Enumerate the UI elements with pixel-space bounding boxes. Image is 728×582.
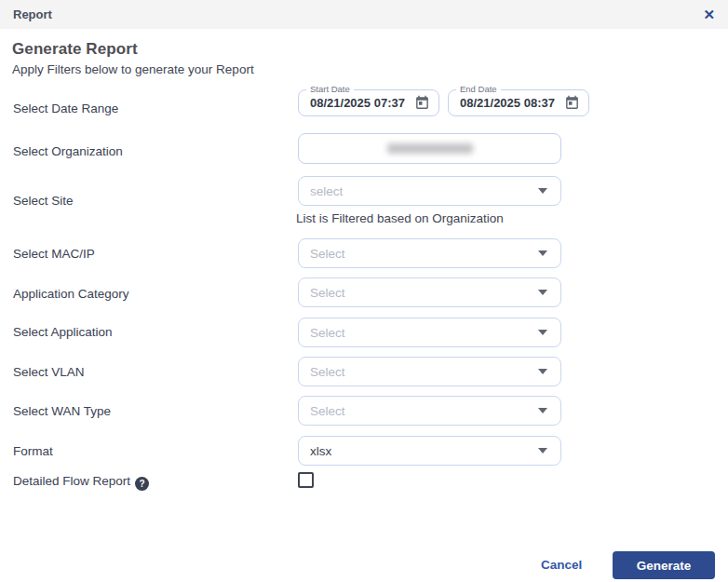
start-date-input[interactable]: Start Date 08/21/2025 07:37 xyxy=(298,89,439,116)
app-category-select[interactable]: Select xyxy=(298,277,561,307)
format-select[interactable]: xlsx xyxy=(298,436,561,466)
cancel-button[interactable]: Cancel xyxy=(541,558,582,572)
page-title: Generate Report xyxy=(12,40,138,59)
start-date-value: 08/21/2025 07:37 xyxy=(310,96,414,110)
application-select-placeholder: Select xyxy=(310,326,345,340)
mac-ip-label: Select MAC/IP xyxy=(13,247,95,261)
app-category-label: Application Category xyxy=(13,287,129,301)
close-icon[interactable]: ✕ xyxy=(703,7,715,21)
detailed-flow-report-checkbox[interactable] xyxy=(298,472,314,488)
format-select-value: xlsx xyxy=(310,444,331,458)
wan-type-select-placeholder: Select xyxy=(310,404,345,418)
modal-title: Report xyxy=(13,7,52,21)
format-label: Format xyxy=(13,444,53,458)
end-date-input[interactable]: End Date 08/21/2025 08:37 xyxy=(448,89,589,116)
wan-type-select[interactable]: Select xyxy=(298,396,561,426)
app-category-select-placeholder: Select xyxy=(310,286,345,300)
wan-type-label: Select WAN Type xyxy=(13,404,111,418)
site-label: Select Site xyxy=(13,194,74,208)
application-label: Select Application xyxy=(13,325,113,339)
chevron-down-icon xyxy=(538,290,547,295)
vlan-label: Select VLAN xyxy=(13,365,85,379)
site-helper-text: List is Filtered based on Organization xyxy=(296,211,504,225)
application-select[interactable]: Select xyxy=(298,318,561,347)
end-date-value: 08/21/2025 08:37 xyxy=(460,96,564,110)
site-select[interactable]: select xyxy=(298,176,561,206)
mac-ip-select-placeholder: Select xyxy=(310,247,345,261)
organization-input[interactable] xyxy=(298,133,561,164)
end-date-float-label: End Date xyxy=(456,84,501,94)
vlan-select-placeholder: Select xyxy=(310,365,345,379)
detailed-flow-report-label: Detailed Flow Report? xyxy=(13,474,149,491)
page-subtitle: Apply Filters below to generate your Rep… xyxy=(12,62,254,76)
organization-redacted-value xyxy=(387,143,473,154)
calendar-icon[interactable] xyxy=(414,95,430,111)
report-modal: Report ✕ Generate Report Apply Filters b… xyxy=(0,0,728,582)
chevron-down-icon xyxy=(538,250,547,256)
date-range-label: Select Date Range xyxy=(13,102,118,115)
generate-button[interactable]: Generate xyxy=(613,551,715,579)
detailed-flow-report-label-text: Detailed Flow Report xyxy=(13,474,130,488)
site-select-placeholder: select xyxy=(310,184,343,198)
modal-header: Report ✕ xyxy=(0,0,728,29)
chevron-down-icon xyxy=(538,448,547,453)
start-date-float-label: Start Date xyxy=(306,84,354,94)
chevron-down-icon xyxy=(538,188,547,194)
help-question-icon[interactable]: ? xyxy=(135,477,149,491)
vlan-select[interactable]: Select xyxy=(298,357,561,386)
chevron-down-icon xyxy=(538,408,547,413)
chevron-down-icon xyxy=(538,369,547,374)
calendar-icon[interactable] xyxy=(564,95,580,111)
organization-label: Select Organization xyxy=(13,144,123,158)
chevron-down-icon xyxy=(538,330,547,335)
mac-ip-select[interactable]: Select xyxy=(298,238,561,268)
